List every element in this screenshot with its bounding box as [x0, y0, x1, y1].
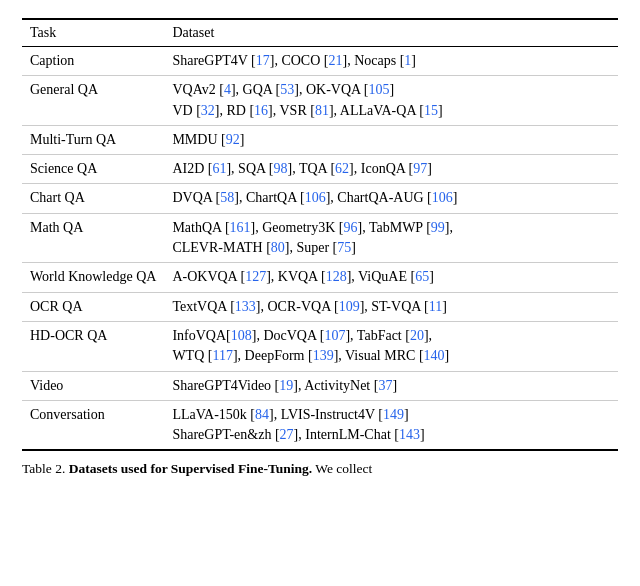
dataset-cell: MathQA [161], Geometry3K [96], TabMWP [9… — [164, 213, 618, 263]
task-cell: Conversation — [22, 400, 164, 450]
task-cell: Science QA — [22, 155, 164, 184]
task-cell: World Knowledge QA — [22, 263, 164, 292]
citation-link: 15 — [424, 103, 438, 118]
header-dataset: Dataset — [164, 19, 618, 47]
citation-link: 127 — [245, 269, 266, 284]
dataset-cell: A-OKVQA [127], KVQA [128], ViQuAE [65] — [164, 263, 618, 292]
dataset-cell: InfoVQA[108], DocVQA [107], TabFact [20]… — [164, 321, 618, 371]
citation-link: 1 — [404, 53, 411, 68]
task-cell: Multi-Turn QA — [22, 125, 164, 154]
table-row: Chart QADVQA [58], ChartQA [106], ChartQ… — [22, 184, 618, 213]
citation-link: 161 — [230, 220, 251, 235]
citation-link: 27 — [280, 427, 294, 442]
citation-link: 84 — [255, 407, 269, 422]
citation-link: 99 — [431, 220, 445, 235]
table-row: World Knowledge QAA-OKVQA [127], KVQA [1… — [22, 263, 618, 292]
caption-rest: We collect — [315, 461, 372, 476]
dataset-cell: LLaVA-150k [84], LVIS-Instruct4V [149]Sh… — [164, 400, 618, 450]
table-row: HD-OCR QAInfoVQA[108], DocVQA [107], Tab… — [22, 321, 618, 371]
citation-link: 32 — [201, 103, 215, 118]
dataset-cell: TextVQA [133], OCR-VQA [109], ST-VQA [11… — [164, 292, 618, 321]
caption-bold: Datasets used for Supervised Fine-Tuning… — [69, 461, 312, 476]
citation-link: 62 — [335, 161, 349, 176]
main-table: Task Dataset CaptionShareGPT4V [17], COC… — [22, 18, 618, 451]
dataset-cell: AI2D [61], SQA [98], TQA [62], IconQA [9… — [164, 155, 618, 184]
table-row: Multi-Turn QAMMDU [92] — [22, 125, 618, 154]
citation-link: 58 — [220, 190, 234, 205]
task-cell: Video — [22, 371, 164, 400]
citation-link: 16 — [254, 103, 268, 118]
task-cell: Caption — [22, 47, 164, 76]
task-cell: Math QA — [22, 213, 164, 263]
caption-label: Table 2. — [22, 461, 65, 476]
citation-link: 21 — [328, 53, 342, 68]
citation-link: 4 — [224, 82, 231, 97]
citation-link: 105 — [369, 82, 390, 97]
citation-link: 61 — [212, 161, 226, 176]
citation-link: 53 — [280, 82, 294, 97]
citation-link: 96 — [344, 220, 358, 235]
dataset-cell: VQAv2 [4], GQA [53], OK-VQA [105]VD [32]… — [164, 76, 618, 126]
citation-link: 97 — [413, 161, 427, 176]
table-row: CaptionShareGPT4V [17], COCO [21], Nocap… — [22, 47, 618, 76]
citation-link: 133 — [235, 299, 256, 314]
table-row: VideoShareGPT4Video [19], ActivityNet [3… — [22, 371, 618, 400]
citation-link: 65 — [415, 269, 429, 284]
citation-link: 37 — [378, 378, 392, 393]
citation-link: 98 — [274, 161, 288, 176]
citation-link: 19 — [279, 378, 293, 393]
task-cell: Chart QA — [22, 184, 164, 213]
task-cell: OCR QA — [22, 292, 164, 321]
table-caption: Table 2. Datasets used for Supervised Fi… — [22, 461, 618, 477]
citation-link: 80 — [271, 240, 285, 255]
citation-link: 20 — [410, 328, 424, 343]
citation-link: 108 — [231, 328, 252, 343]
dataset-cell: ShareGPT4V [17], COCO [21], Nocaps [1] — [164, 47, 618, 76]
citation-link: 81 — [315, 103, 329, 118]
task-cell: HD-OCR QA — [22, 321, 164, 371]
citation-link: 17 — [256, 53, 270, 68]
citation-link: 109 — [339, 299, 360, 314]
table-row: ConversationLLaVA-150k [84], LVIS-Instru… — [22, 400, 618, 450]
header-task: Task — [22, 19, 164, 47]
citation-link: 75 — [337, 240, 351, 255]
citation-link: 139 — [313, 348, 334, 363]
citation-link: 143 — [399, 427, 420, 442]
dataset-cell: MMDU [92] — [164, 125, 618, 154]
task-cell: General QA — [22, 76, 164, 126]
citation-link: 107 — [324, 328, 345, 343]
table-row: Math QAMathQA [161], Geometry3K [96], Ta… — [22, 213, 618, 263]
table-row: OCR QATextVQA [133], OCR-VQA [109], ST-V… — [22, 292, 618, 321]
citation-link: 106 — [305, 190, 326, 205]
citation-link: 92 — [226, 132, 240, 147]
dataset-cell: DVQA [58], ChartQA [106], ChartQA-AUG [1… — [164, 184, 618, 213]
dataset-cell: ShareGPT4Video [19], ActivityNet [37] — [164, 371, 618, 400]
citation-link: 117 — [212, 348, 232, 363]
citation-link: 149 — [383, 407, 404, 422]
citation-link: 128 — [326, 269, 347, 284]
table-row: General QAVQAv2 [4], GQA [53], OK-VQA [1… — [22, 76, 618, 126]
citation-link: 11 — [429, 299, 442, 314]
citation-link: 140 — [424, 348, 445, 363]
table-row: Science QAAI2D [61], SQA [98], TQA [62],… — [22, 155, 618, 184]
citation-link: 106 — [432, 190, 453, 205]
